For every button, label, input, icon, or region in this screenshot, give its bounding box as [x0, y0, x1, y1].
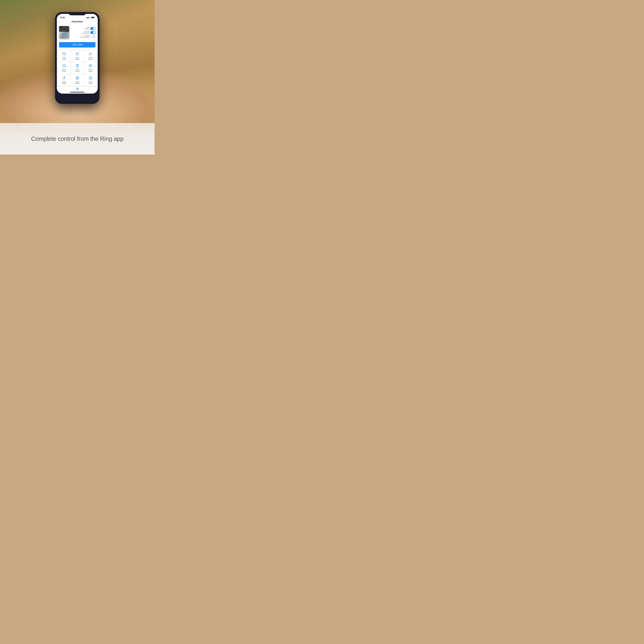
linked-chimes-label: LinkedChimes	[75, 69, 80, 72]
caption-area: Complete control from the Ring app	[0, 123, 155, 155]
battery-icon	[91, 17, 95, 18]
help-content-label: HelpContent	[88, 81, 93, 84]
menu-item-mode-settings[interactable]: ModeSettings	[71, 50, 83, 62]
tablet-bell-icon	[76, 64, 79, 68]
menu-item-motion-snooze[interactable]: MotionSnooze	[58, 62, 70, 74]
wifi-icon: ▲	[89, 17, 91, 19]
caption-text: Complete control from the Ring app	[31, 135, 124, 142]
svg-point-8	[78, 88, 78, 89]
menu-grid: EventHistory ModeSettings LinkedDevices	[57, 49, 98, 87]
motion-run-icon	[62, 76, 66, 80]
gear-icon	[76, 76, 79, 80]
link-icon	[89, 52, 92, 56]
svg-point-4	[77, 78, 78, 78]
motion-detection-toggle[interactable]	[90, 31, 95, 34]
toggles-section: RINGALERTS MOTIONDETECTION M	[72, 27, 95, 38]
moon-icon	[62, 64, 66, 68]
motion-notifications-row: MOTIONNOTIFICATIONS	[72, 35, 95, 38]
ring-alerts-row: RINGALERTS	[72, 27, 95, 30]
doorbell-image	[59, 26, 71, 39]
clock-rotate-icon	[62, 52, 66, 56]
linked-devices-label: LinkedDevices	[88, 57, 93, 60]
live-view-section: LIVE VIEW	[57, 41, 98, 49]
menu-item-device-health[interactable]: DeviceHealth	[84, 62, 97, 74]
svg-point-7	[76, 88, 77, 89]
heart-pulse-icon	[89, 64, 92, 68]
ring-alerts-toggle[interactable]	[90, 27, 95, 30]
device-health-label: DeviceHealth	[88, 69, 92, 72]
status-time: 12:29	[60, 16, 65, 19]
motion-notifications-toggle[interactable]	[90, 35, 95, 38]
menu-item-motion-settings[interactable]: MotionSettings	[58, 75, 70, 86]
motion-detection-label: MOTIONDETECTION	[82, 31, 89, 34]
phone-notch	[69, 12, 86, 15]
shield-icon	[76, 52, 79, 56]
question-icon	[89, 76, 92, 80]
camera-lens	[63, 28, 65, 30]
nav-people-icon[interactable]	[76, 88, 79, 91]
phone-device: 12:29 ▲	[55, 12, 99, 104]
back-button[interactable]: ‹	[59, 20, 60, 23]
menu-item-event-history[interactable]: EventHistory	[58, 50, 70, 62]
menu-item-device-settings[interactable]: DeviceSettings	[71, 75, 83, 86]
svg-point-5	[89, 77, 92, 79]
live-view-button[interactable]: LIVE VIEW	[59, 42, 95, 48]
phone-chassis: 12:29 ▲	[55, 12, 99, 104]
motion-settings-label: MotionSettings	[62, 81, 67, 84]
home-indicator	[70, 92, 84, 92]
menu-item-linked-chimes[interactable]: LinkedChimes	[71, 62, 83, 74]
motion-notifications-label: MOTIONNOTIFICATIONS	[80, 35, 89, 38]
device-settings-label: DeviceSettings	[75, 81, 80, 84]
mode-settings-label: ModeSettings	[75, 57, 80, 60]
page-title: Front Door	[72, 20, 83, 23]
ring-alerts-label: RINGALERTS	[85, 27, 89, 30]
phone-screen: 12:29 ▲	[57, 14, 98, 94]
signal-icon	[86, 17, 89, 18]
status-icons: ▲	[86, 17, 95, 19]
app-header: ‹ Front Door	[57, 19, 98, 24]
menu-item-help-content[interactable]: HelpContent	[84, 75, 97, 86]
device-section: RINGALERTS MOTIONDETECTION M	[57, 24, 98, 41]
event-history-label: EventHistory	[62, 57, 66, 60]
motion-detection-row: MOTIONDETECTION	[72, 31, 95, 34]
menu-item-linked-devices[interactable]: LinkedDevices	[84, 50, 97, 62]
motion-snooze-label: MotionSnooze	[62, 69, 66, 72]
bottom-nav	[57, 87, 98, 94]
ring-button	[62, 33, 66, 37]
svg-point-3	[64, 77, 65, 77]
